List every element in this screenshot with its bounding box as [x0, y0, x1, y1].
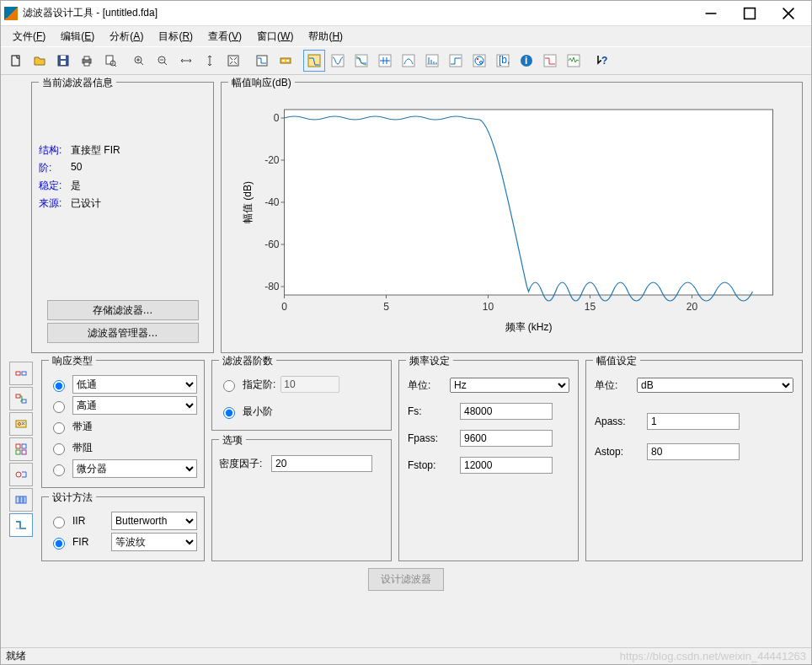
zoom-x-icon[interactable]: [175, 50, 197, 72]
specify-order-input[interactable]: [280, 376, 339, 393]
mag-phase-icon[interactable]: [350, 50, 372, 72]
menu-view[interactable]: 查看(V): [201, 28, 248, 46]
magnitude-spec-icon[interactable]: [539, 50, 561, 72]
lowpass-select[interactable]: 低通: [72, 375, 197, 394]
side-design-filter-icon[interactable]: [9, 513, 33, 537]
apass-label: Apass:: [595, 416, 642, 427]
order-value: 50: [71, 161, 82, 175]
lowpass-radio[interactable]: [53, 380, 65, 392]
response-type-legend: 响应类型: [49, 354, 96, 368]
filter-coeffs-icon[interactable]: [b,a]: [492, 50, 514, 72]
specify-order-label: 指定阶:: [243, 378, 275, 392]
impulse-response-icon[interactable]: [421, 50, 443, 72]
svg-text:-40: -40: [264, 196, 280, 208]
fir-method-select[interactable]: 等波纹: [111, 533, 197, 551]
svg-rect-18: [332, 55, 344, 67]
fs-input[interactable]: [460, 403, 553, 420]
realize-model-icon[interactable]: [275, 50, 296, 72]
save-file-icon[interactable]: [52, 50, 74, 72]
menu-file[interactable]: 文件(F): [6, 28, 52, 46]
menu-edit[interactable]: 编辑(E): [54, 28, 101, 46]
group-delay-icon[interactable]: [374, 50, 396, 72]
apass-input[interactable]: [647, 413, 740, 430]
svg-rect-66: [16, 496, 19, 503]
density-input[interactable]: [271, 455, 372, 472]
zoom-out-icon[interactable]: [152, 50, 174, 72]
side-specs-icon[interactable]: [9, 362, 33, 385]
side-realize-icon[interactable]: [9, 437, 33, 461]
context-help-icon[interactable]: ?: [591, 50, 613, 72]
zoom-in-icon[interactable]: [128, 50, 150, 72]
zoom-y-icon[interactable]: [199, 50, 221, 72]
open-file-icon[interactable]: [29, 50, 51, 72]
svg-text:-60: -60: [264, 239, 280, 250]
menu-analysis[interactable]: 分析(A): [103, 28, 150, 46]
design-filter-button[interactable]: 设计滤波器: [368, 568, 444, 591]
side-multiband-icon[interactable]: [9, 488, 33, 512]
window-title: 滤波器设计工具 - [untitled.fda]: [23, 6, 692, 20]
side-import-icon[interactable]: [9, 387, 33, 410]
svg-text:?: ?: [601, 55, 607, 67]
svg-rect-22: [426, 55, 438, 67]
order-label: 阶:: [39, 161, 71, 175]
iir-radio[interactable]: [53, 517, 65, 528]
status-text: 就绪: [6, 649, 26, 663]
bandstop-radio[interactable]: [53, 443, 65, 455]
side-cq-icon[interactable]: [9, 463, 33, 486]
menu-window[interactable]: 窗口(W): [250, 28, 300, 46]
mag-unit-select[interactable]: dB: [637, 378, 793, 393]
close-button[interactable]: [769, 2, 808, 25]
source-label: 来源:: [39, 196, 71, 211]
svg-rect-7: [84, 62, 89, 66]
store-filter-button[interactable]: 存储滤波器…: [47, 300, 199, 320]
filter-info-icon[interactable]: i: [516, 50, 537, 72]
differentiator-radio[interactable]: [53, 464, 65, 476]
fpass-input[interactable]: [460, 430, 553, 447]
filter-manager-button[interactable]: 滤波器管理器…: [47, 323, 199, 343]
options-legend: 选项: [219, 433, 246, 448]
svg-rect-62: [22, 444, 26, 448]
svg-rect-58: [22, 400, 26, 403]
phase-delay-icon[interactable]: [398, 50, 419, 72]
highpass-radio[interactable]: [53, 401, 65, 413]
step-response-icon[interactable]: [445, 50, 467, 72]
filter-info-panel: 当前滤波器信息 结构:直接型 FIR 阶:50 稳定:是 来源:已设计 存储滤波…: [31, 82, 214, 353]
magnitude-response-icon[interactable]: [303, 50, 325, 72]
fir-radio[interactable]: [53, 538, 65, 550]
differentiator-select[interactable]: 微分器: [72, 459, 197, 478]
iir-method-select[interactable]: Butterworth: [111, 512, 197, 530]
source-value: 已设计: [71, 196, 101, 211]
print-preview-icon[interactable]: [99, 50, 121, 72]
menu-help[interactable]: 帮助(H): [302, 28, 350, 46]
round-off-noise-icon[interactable]: [563, 50, 585, 72]
full-view-icon[interactable]: [222, 50, 244, 72]
svg-rect-6: [84, 56, 89, 60]
mag-unit-label: 单位:: [595, 378, 632, 393]
freq-unit-select[interactable]: Hz: [450, 378, 569, 393]
new-file-icon[interactable]: [5, 50, 27, 72]
specify-order-radio[interactable]: [223, 380, 235, 392]
print-icon[interactable]: [76, 50, 98, 72]
side-polezero-icon[interactable]: [9, 412, 33, 436]
fstop-input[interactable]: [460, 457, 553, 474]
phase-response-icon[interactable]: [327, 50, 349, 72]
min-order-radio[interactable]: [223, 407, 235, 419]
pole-zero-icon[interactable]: [468, 50, 490, 72]
magnitude-chart: 0 -20 -40 -60 -80 0 5 10 15 20 频率 (kHz) …: [228, 93, 795, 346]
svg-text:-80: -80: [264, 281, 280, 292]
filter-specs-icon[interactable]: [251, 50, 273, 72]
maximize-button[interactable]: [730, 2, 769, 25]
svg-rect-57: [16, 394, 20, 398]
density-label: 密度因子:: [219, 457, 266, 471]
structure-label: 结构:: [39, 143, 71, 158]
menu-target[interactable]: 目标(R): [152, 28, 200, 46]
bandpass-radio[interactable]: [53, 422, 65, 434]
structure-value: 直接型 FIR: [71, 143, 120, 158]
astop-input[interactable]: [647, 443, 740, 460]
svg-rect-12: [228, 56, 238, 66]
highpass-select[interactable]: 高通: [72, 396, 197, 415]
fstop-label: Fstop:: [408, 459, 455, 471]
minimize-button[interactable]: [692, 2, 730, 25]
stable-label: 稳定:: [39, 179, 71, 193]
svg-text:20: 20: [686, 301, 698, 313]
